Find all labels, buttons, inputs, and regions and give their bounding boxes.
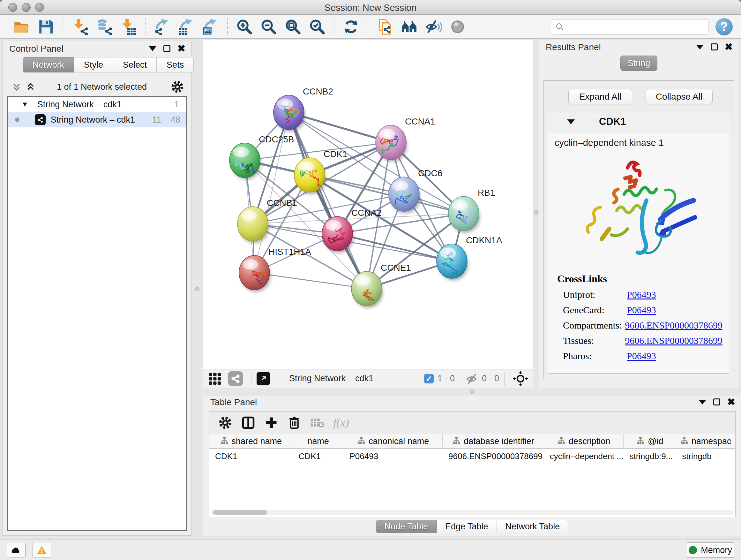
column-header-shared-name[interactable]: shared name xyxy=(209,434,293,449)
bird-eye-view-button[interactable] xyxy=(449,18,467,36)
table-row[interactable]: CDK1CDK1P064939606.ENSP00000378699cyclin… xyxy=(209,449,735,463)
table-cell[interactable]: P06493 xyxy=(344,449,443,463)
delete-column-button[interactable] xyxy=(285,414,303,432)
import-network-button[interactable] xyxy=(71,18,89,36)
crosslinks-section: CrossLinks Uniprot:P06493GeneCard:P06493… xyxy=(557,273,723,361)
grid-view-icon[interactable] xyxy=(208,372,222,386)
zoom-out-button[interactable] xyxy=(260,18,278,36)
help-button[interactable]: ? xyxy=(716,18,733,36)
tab-string[interactable]: String xyxy=(620,56,657,71)
tab-network[interactable]: Network xyxy=(23,57,74,72)
zoom-selected-button[interactable] xyxy=(308,18,326,36)
network-edge-HIST1H1A-CCNE1[interactable] xyxy=(254,273,367,289)
table-settings-button[interactable] xyxy=(216,414,234,432)
node-gloss xyxy=(277,99,293,109)
collapse-all-button[interactable]: Collapse All xyxy=(646,89,713,105)
panel-menu-icon[interactable] xyxy=(149,46,156,51)
panel-close-icon[interactable]: ✖ xyxy=(178,45,185,52)
network-collection-row[interactable]: ▼ String Network – cdk1 1 xyxy=(8,97,186,112)
table-float-icon[interactable] xyxy=(713,398,720,406)
bottom-splitter-handle[interactable] xyxy=(470,389,474,394)
network-node-label-CCNA1: CCNA1 xyxy=(405,117,435,126)
gene-section-header[interactable]: CDK1 xyxy=(545,113,732,130)
gene-collapse-icon[interactable] xyxy=(567,119,575,124)
table-box: f(x) shared namenamecanonical namedataba… xyxy=(209,411,736,517)
crosslink-pharos-link[interactable]: P06493 xyxy=(627,351,656,361)
column-header-canonical-name[interactable]: canonical name xyxy=(344,434,443,449)
collection-expand-icon[interactable]: ▼ xyxy=(21,100,28,109)
scrollbar-thumb[interactable] xyxy=(213,510,267,515)
results-panel-title: Results Panel xyxy=(546,42,601,52)
crosslink-compartments-link[interactable]: 9606.ENSP00000378699 xyxy=(625,320,723,331)
node-gloss xyxy=(379,129,395,139)
tab-select[interactable]: Select xyxy=(113,57,157,72)
import-table-button[interactable] xyxy=(119,18,137,36)
pan-mode-icon[interactable] xyxy=(513,371,528,386)
node-gloss xyxy=(233,147,249,157)
expand-all-button[interactable]: Expand All xyxy=(568,89,632,105)
table-cell[interactable]: CDK1 xyxy=(209,449,293,463)
main-toolbar: ? xyxy=(0,15,741,39)
panel-float-icon[interactable] xyxy=(163,45,171,52)
table-close-icon[interactable]: ✖ xyxy=(727,398,735,406)
table-cell[interactable]: CDK1 xyxy=(293,449,344,463)
column-header--id[interactable]: @id xyxy=(623,434,676,449)
left-splitter-handle[interactable] xyxy=(195,287,199,291)
hidden-eye-icon[interactable] xyxy=(465,372,479,385)
crosslink-tissues-link[interactable]: 9606.ENSP00000378699 xyxy=(625,335,723,346)
export-image-button[interactable] xyxy=(202,18,219,36)
table-cell[interactable]: stringdb xyxy=(676,449,735,463)
tab-node-table[interactable]: Node Table xyxy=(376,520,436,533)
column-header-namespac[interactable]: namespac xyxy=(676,434,735,449)
import-database-button[interactable] xyxy=(95,18,113,36)
table-horizontal-scrollbar[interactable] xyxy=(211,510,733,515)
delete-table-button[interactable] xyxy=(308,414,326,432)
column-header-name[interactable]: name xyxy=(293,434,344,449)
table-panel-title: Table Panel xyxy=(210,397,257,408)
expand-all-icon[interactable] xyxy=(25,81,36,92)
network-status-dot xyxy=(15,118,19,122)
open-file-button[interactable] xyxy=(13,18,30,36)
results-menu-icon[interactable] xyxy=(696,45,704,50)
show-graphics-details-button[interactable] xyxy=(424,18,442,36)
crosslink-genecard-link[interactable]: P06493 xyxy=(627,305,656,315)
show-columns-button[interactable] xyxy=(239,414,257,432)
export-table-button[interactable] xyxy=(178,18,195,36)
network-edge-CCNB2-CCNE1[interactable] xyxy=(289,112,367,289)
add-column-button[interactable] xyxy=(262,414,280,432)
table-cell[interactable]: cyclin–dependent ... xyxy=(544,449,624,463)
refresh-layout-button[interactable] xyxy=(342,18,360,36)
network-view-canvas[interactable]: CCNB2CCNA1CDC25BCDK1CDC6RB1CCNB1CCNA2CDK… xyxy=(203,40,533,369)
zoom-fit-button[interactable] xyxy=(284,18,302,36)
network-row[interactable]: String Network – cdk1 11 48 xyxy=(8,112,186,127)
search-input[interactable] xyxy=(551,19,709,35)
table-menu-icon[interactable] xyxy=(698,400,706,405)
results-close-icon[interactable]: ✖ xyxy=(725,44,733,51)
horizontal-splitter[interactable] xyxy=(192,388,741,396)
cloud-status-button[interactable] xyxy=(7,543,25,557)
table-cell[interactable]: 9606.ENSP00000378699 xyxy=(443,449,544,463)
network-overview-icon[interactable] xyxy=(228,371,243,386)
zoom-in-button[interactable] xyxy=(235,18,253,36)
save-session-button[interactable] xyxy=(37,18,55,36)
tab-style[interactable]: Style xyxy=(74,57,113,72)
tab-sets[interactable]: Sets xyxy=(157,57,194,72)
tab-edge-table[interactable]: Edge Table xyxy=(436,520,497,533)
warnings-button[interactable] xyxy=(32,543,51,557)
birds-eye-toggle-icon[interactable] xyxy=(257,372,270,385)
export-network-button[interactable] xyxy=(153,18,171,36)
share-document-button[interactable] xyxy=(376,18,394,36)
crosslink-uniprot-link[interactable]: P06493 xyxy=(627,289,656,300)
collapse-all-icon[interactable] xyxy=(11,81,22,92)
tab-network-table[interactable]: Network Table xyxy=(497,520,569,533)
table-cell[interactable]: stringdb:9... xyxy=(623,449,676,463)
home-button[interactable] xyxy=(400,18,418,36)
function-builder-button[interactable]: f(x) xyxy=(333,416,349,429)
network-options-gear-icon[interactable] xyxy=(171,80,184,94)
memory-button[interactable]: Memory xyxy=(687,543,734,558)
results-float-icon[interactable] xyxy=(711,44,718,51)
right-splitter-handle[interactable] xyxy=(534,210,538,214)
column-header-database-identifier[interactable]: database identifier xyxy=(443,434,544,449)
column-header-description[interactable]: description xyxy=(544,434,624,449)
selected-count-checkbox-icon[interactable]: ✓ xyxy=(424,374,434,383)
